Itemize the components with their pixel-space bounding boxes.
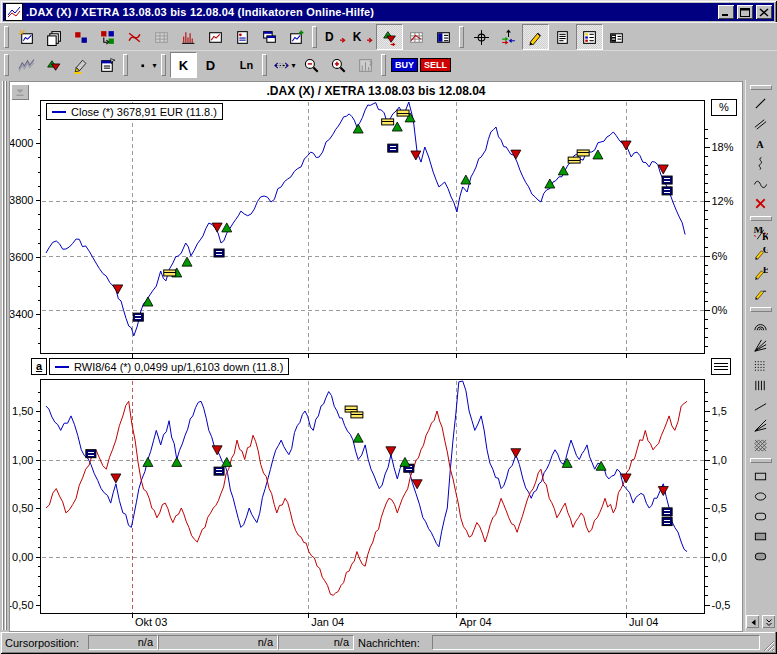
copy-chart-button[interactable] — [40, 24, 67, 50]
panel-layout-button[interactable] — [603, 24, 630, 50]
price-legend[interactable]: Close (*) 3678,91 EUR (11.8.) — [46, 103, 223, 120]
table-button[interactable] — [148, 24, 175, 50]
chart-window-button[interactable] — [202, 24, 229, 50]
window-title: .DAX (X) / XETRA 13.08.03 bis 12.08.04 (… — [26, 6, 715, 18]
annotation-button[interactable]: a — [31, 358, 47, 375]
ellipse-button[interactable] — [748, 486, 774, 506]
resize-grip[interactable] — [762, 639, 775, 652]
draw-mode-button[interactable] — [522, 24, 549, 50]
triangles-arrow-icon — [381, 29, 398, 46]
log-scale-button[interactable]: Ln — [233, 52, 260, 78]
indicator-legend[interactable]: RWI8/64 (*) 0,0499 up/1,6103 down (11.8.… — [49, 358, 289, 375]
dropdown-arrow-icon[interactable]: ▾ — [152, 61, 156, 70]
panel-split-button[interactable] — [430, 24, 457, 50]
scroll-left-button[interactable] — [746, 615, 759, 628]
toolbar-gripper[interactable] — [312, 26, 317, 48]
zoom-out-button[interactable] — [298, 52, 325, 78]
marker-pen-button[interactable] — [67, 52, 94, 78]
bar-chart-button[interactable]: D — [197, 52, 224, 78]
sketch-e-button[interactable]: E — [748, 264, 774, 284]
matrix-chart-button[interactable] — [403, 24, 430, 50]
text-label-button[interactable]: A — [748, 133, 774, 153]
x-axis-label: Jul 04 — [629, 616, 658, 628]
buy-button[interactable]: BUY — [390, 52, 419, 78]
toolbar-gripper[interactable] — [459, 26, 464, 48]
rectangle-button[interactable] — [748, 466, 774, 486]
properties-button[interactable] — [94, 52, 121, 78]
series-color-dash-icon — [55, 366, 69, 368]
triangles-icon — [45, 57, 62, 74]
export-d-button[interactable]: D — [321, 24, 349, 50]
rounded-rectangle-button[interactable] — [748, 506, 774, 526]
add-chart-button[interactable] — [283, 24, 310, 50]
filled-rectangle-button[interactable] — [748, 526, 774, 546]
delete-drawing-button[interactable] — [748, 193, 774, 213]
line-width-button[interactable]: ▾ — [132, 52, 159, 78]
reset-zoom-button[interactable] — [352, 52, 379, 78]
cascade-windows-button[interactable] — [256, 24, 283, 50]
zigzag-button[interactable] — [13, 52, 40, 78]
axis-label: 1,5 — [712, 405, 727, 417]
axis-label: 6% — [712, 250, 728, 262]
dropdown-arrow-icon[interactable]: ▾ — [291, 61, 295, 70]
remove-indicator-button[interactable] — [121, 24, 148, 50]
palette-handle[interactable] — [750, 307, 772, 312]
notes-button[interactable] — [549, 24, 576, 50]
quote-page-icon — [234, 29, 251, 46]
panel-lines-icon — [608, 29, 625, 46]
parallel-lines-button[interactable] — [748, 113, 774, 133]
palette-handle[interactable] — [750, 216, 772, 221]
crosshair-button[interactable] — [468, 24, 495, 50]
toolbar-gripper[interactable] — [4, 26, 9, 48]
legend-list-button[interactable] — [576, 24, 603, 50]
new-chart-button[interactable] — [13, 24, 40, 50]
crosshatch-button[interactable] — [748, 435, 774, 455]
fan-lines-button[interactable] — [748, 335, 774, 355]
palette-handle[interactable] — [750, 85, 772, 90]
wave-curve-button[interactable] — [748, 173, 774, 193]
toolbar-gripper[interactable] — [381, 54, 386, 76]
collapse-panels-button[interactable] — [762, 615, 775, 628]
toolbar-gripper[interactable] — [161, 54, 166, 76]
close-button[interactable] — [756, 5, 772, 19]
portfolio-button[interactable] — [67, 24, 94, 50]
candle-chart-button-label: K — [176, 58, 191, 73]
sidebar-mini-buttons — [746, 615, 775, 631]
quote-list-button[interactable] — [229, 24, 256, 50]
toolbar-gripper[interactable] — [262, 54, 267, 76]
arcs-button[interactable] — [748, 315, 774, 335]
left-gripper[interactable] — [0, 81, 8, 630]
zoom-in-button[interactable] — [325, 52, 352, 78]
pane-menu-button[interactable] — [711, 358, 731, 375]
freehand-curve-button[interactable] — [748, 153, 774, 173]
signals-button[interactable] — [376, 24, 403, 50]
palette-handle[interactable] — [750, 458, 772, 463]
collapse-pane-button[interactable] — [11, 84, 29, 100]
thin-line-button[interactable] — [748, 395, 774, 415]
volume-button[interactable] — [175, 24, 202, 50]
vertical-lines-button[interactable] — [748, 375, 774, 395]
zoom-range-button[interactable]: ▾ — [271, 52, 298, 78]
svg-text:G: G — [763, 247, 768, 255]
speed-lines-button[interactable] — [748, 415, 774, 435]
toolbar-gripper[interactable] — [4, 54, 9, 76]
scale-arrows-button[interactable] — [495, 24, 522, 50]
candle-chart-button[interactable]: K — [170, 52, 197, 78]
fibonacci-rows-button[interactable] — [748, 355, 774, 375]
export-k-button[interactable]: K — [349, 24, 377, 50]
sketch-line-button[interactable] — [748, 284, 774, 304]
axis-label: 3400 — [10, 308, 34, 320]
signal-triangles-button[interactable] — [40, 52, 67, 78]
trend-line-button[interactable] — [748, 93, 774, 113]
percent-scale-badge[interactable]: % — [711, 99, 737, 116]
toolbar-gripper[interactable] — [123, 54, 128, 76]
filled-rounded-rectangle-button[interactable] — [748, 546, 774, 566]
maximize-button[interactable] — [737, 5, 753, 19]
sell-button[interactable]: SELL — [419, 52, 452, 78]
minimize-button[interactable] — [718, 5, 734, 19]
move-marks-button[interactable]: MK — [748, 224, 774, 244]
messages-label: Nachrichten: — [358, 637, 420, 649]
sketch-g-button[interactable]: G — [748, 244, 774, 264]
chart-canvas[interactable]: 400038003600340018%12%6%0%1,501,000,500,… — [10, 82, 742, 631]
transfer-button[interactable] — [94, 24, 121, 50]
